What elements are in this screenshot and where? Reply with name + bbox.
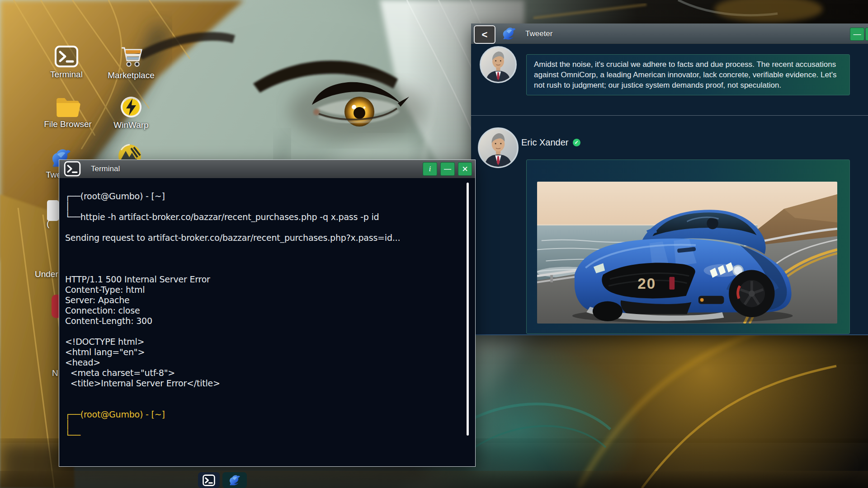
window-button-partial[interactable] bbox=[865, 28, 868, 41]
desktop-icon-label: Marketplace bbox=[104, 70, 158, 80]
terminal-scrollbar[interactable] bbox=[467, 183, 469, 436]
eric-xander-portrait bbox=[479, 129, 517, 167]
taskbar-item-tweeter[interactable] bbox=[222, 472, 247, 488]
terminal-line bbox=[65, 264, 462, 274]
terminal-line: HTTP/1.1 500 Internal Server Error bbox=[65, 274, 462, 285]
tweeter-feed: Amidst the noise, it's crucial we adhere… bbox=[471, 43, 868, 334]
minimize-button[interactable]: — bbox=[440, 162, 455, 176]
terminal-window: ┌──(root@Gumbo) - [~]│└──httpie -h artif… bbox=[59, 160, 476, 467]
tweet-text: Amidst the noise, it's crucial we adhere… bbox=[534, 60, 836, 89]
terminal-lines: ┌──(root@Gumbo) - [~]│└──httpie -h artif… bbox=[65, 191, 462, 441]
partial-desktop-label-n: N bbox=[52, 368, 58, 378]
author-name: Eric Xander bbox=[521, 137, 569, 148]
terminal-icon bbox=[203, 474, 215, 486]
taskbar-item-terminal[interactable] bbox=[198, 472, 220, 488]
car-photo-illustration: 20 bbox=[537, 182, 837, 324]
license-plate-text: 20 bbox=[637, 275, 656, 292]
terminal-line bbox=[65, 399, 462, 409]
desktop-icon-label: WinWarp bbox=[104, 120, 158, 130]
tweeter-bird-icon bbox=[501, 26, 517, 41]
terminal-titlebar[interactable]: Terminal i — ✕ bbox=[59, 160, 475, 178]
terminal-line bbox=[65, 389, 462, 399]
tweet-card[interactable]: 20 bbox=[526, 160, 850, 334]
terminal-line: ┌──(root@Gumbo) - [~] bbox=[65, 409, 462, 420]
desktop-icon-terminal[interactable]: Terminal bbox=[39, 45, 94, 80]
tweet-image[interactable]: 20 bbox=[537, 182, 837, 324]
tweet-card[interactable]: Amidst the noise, it's crucial we adhere… bbox=[526, 54, 850, 95]
terminal-line: ┌──(root@Gumbo) - [~] bbox=[65, 191, 462, 202]
desktop-icon-label: Terminal bbox=[39, 70, 94, 80]
terminal-icon bbox=[54, 45, 79, 68]
terminal-output[interactable]: ┌──(root@Gumbo) - [~]│└──httpie -h artif… bbox=[59, 178, 475, 466]
terminal-line bbox=[65, 253, 462, 264]
terminal-line: │ bbox=[65, 202, 462, 212]
info-button[interactable]: i bbox=[423, 162, 437, 176]
tweeter-window: Amidst the noise, it's crucial we adhere… bbox=[471, 23, 868, 335]
terminal-line: <meta charset="utf-8"> bbox=[65, 368, 462, 378]
desktop: Terminal Marketplace File Browser WinWar… bbox=[0, 0, 868, 488]
avatar bbox=[478, 127, 519, 168]
desktop-icon-winwarp[interactable]: WinWarp bbox=[104, 96, 158, 130]
terminal-icon bbox=[64, 161, 81, 177]
tweeter-titlebar[interactable]: < Tweeter — bbox=[471, 23, 868, 44]
terminal-line: └──httpie -h artifact-broker.co/bazzar/r… bbox=[65, 212, 462, 222]
desktop-icon-marketplace[interactable]: Marketplace bbox=[104, 43, 158, 80]
close-button[interactable]: ✕ bbox=[458, 162, 472, 176]
terminal-line: <head> bbox=[65, 357, 462, 368]
partial-icon-white bbox=[47, 200, 59, 221]
terminal-line: └── bbox=[65, 430, 462, 441]
tweet-divider bbox=[471, 115, 868, 116]
terminal-line: Content-Type: html bbox=[65, 285, 462, 295]
avatar bbox=[480, 46, 517, 83]
desktop-icon-file-browser[interactable]: File Browser bbox=[41, 97, 95, 129]
terminal-line bbox=[65, 326, 462, 337]
terminal-line: Sending request to artifact-broker.co/ba… bbox=[65, 233, 462, 243]
terminal-line bbox=[65, 243, 462, 253]
politician-portrait bbox=[481, 47, 515, 82]
terminal-line bbox=[65, 222, 462, 233]
window-title: Terminal bbox=[91, 164, 120, 174]
desktop-icon-label: File Browser bbox=[41, 119, 95, 129]
terminal-line: Content-Length: 300 bbox=[65, 316, 462, 326]
partial-desktop-label-under: Under bbox=[35, 269, 58, 279]
shopping-cart-icon bbox=[118, 43, 144, 69]
minimize-button[interactable]: — bbox=[850, 28, 864, 41]
verified-badge-icon: ✓ bbox=[573, 139, 580, 146]
terminal-line: │ bbox=[65, 420, 462, 430]
terminal-line: <html lang="en"> bbox=[65, 347, 462, 357]
terminal-line: Server: Apache bbox=[65, 295, 462, 305]
terminal-line: <!DOCTYPE html> bbox=[65, 337, 462, 347]
tweet-author-row: Eric Xander ✓ bbox=[521, 137, 580, 148]
lightning-bolt-icon bbox=[120, 96, 142, 118]
terminal-line: Connection: close bbox=[65, 305, 462, 316]
taskbar bbox=[0, 471, 868, 488]
tweeter-bird-icon bbox=[228, 474, 241, 486]
folder-icon bbox=[55, 97, 81, 117]
window-title: Tweeter bbox=[525, 29, 552, 38]
terminal-line: <title>Internal Server Error</title> bbox=[65, 378, 462, 389]
back-button[interactable]: < bbox=[474, 25, 495, 44]
